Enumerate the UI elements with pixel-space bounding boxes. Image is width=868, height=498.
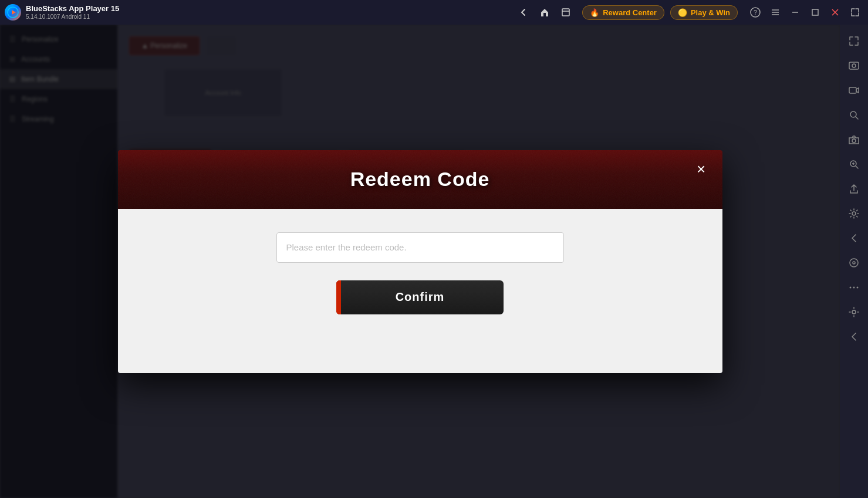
sidebar-joystick-icon[interactable] — [842, 251, 866, 275]
app-logo — [5, 4, 21, 21]
svg-point-24 — [850, 259, 858, 267]
app-title-block: BlueStacks App Player 15 5.14.10.1007 An… — [26, 4, 516, 21]
svg-point-14 — [852, 64, 856, 67]
minimize-button[interactable] — [787, 4, 803, 21]
svg-rect-15 — [849, 87, 856, 93]
reward-center-badge[interactable]: 🔥 Reward Center — [582, 5, 664, 20]
sidebar-expand-icon[interactable] — [842, 29, 866, 53]
close-x-icon: × — [697, 161, 705, 177]
sidebar-back-icon[interactable] — [842, 226, 866, 250]
dialog-title: Redeem Code — [350, 168, 490, 191]
play-win-badge[interactable]: 🟡 Play & Win — [670, 5, 738, 20]
sidebar-camera-icon[interactable] — [842, 128, 866, 151]
svg-point-27 — [853, 287, 855, 289]
play-win-label: Play & Win — [691, 8, 730, 17]
layers-button[interactable] — [559, 5, 573, 19]
title-bar: BlueStacks App Player 15 5.14.10.1007 An… — [0, 0, 868, 25]
app-name: BlueStacks App Player 15 — [26, 4, 516, 13]
sidebar-collapse-icon[interactable] — [842, 325, 866, 348]
sidebar-zoom-icon[interactable] — [842, 153, 866, 176]
svg-point-28 — [857, 287, 859, 289]
reward-center-label: Reward Center — [603, 8, 657, 17]
sidebar-search-icon[interactable] — [842, 103, 866, 127]
redeem-code-input[interactable] — [276, 232, 564, 263]
sidebar-settings-bottom-icon[interactable] — [842, 300, 866, 324]
svg-point-25 — [853, 262, 855, 264]
menu-button[interactable] — [767, 4, 783, 21]
svg-point-26 — [850, 287, 852, 289]
sidebar-record-icon[interactable] — [842, 79, 866, 102]
window-controls: ? — [747, 4, 863, 21]
back-button[interactable] — [516, 5, 531, 19]
expand-button[interactable] — [847, 4, 863, 21]
close-button[interactable] — [827, 4, 843, 21]
reward-fire-icon: 🔥 — [590, 8, 599, 17]
svg-line-22 — [856, 166, 858, 168]
sidebar-more-icon[interactable] — [842, 276, 866, 299]
svg-marker-1 — [12, 10, 16, 15]
sidebar-screenshot-icon[interactable] — [842, 54, 866, 77]
svg-rect-13 — [849, 62, 859, 69]
svg-point-29 — [852, 310, 856, 314]
svg-rect-10 — [812, 9, 818, 15]
svg-rect-2 — [562, 9, 569, 16]
maximize-button[interactable] — [807, 4, 823, 21]
sidebar-settings-top-icon[interactable] — [842, 202, 866, 225]
confirm-btn-label: Confirm — [396, 290, 445, 304]
redeem-dialog: Redeem Code × Confirm — [118, 150, 722, 373]
nav-buttons — [516, 5, 573, 19]
confirm-btn-red-bar — [336, 280, 341, 314]
svg-line-17 — [856, 117, 858, 119]
dialog-header: Redeem Code × — [118, 150, 722, 209]
right-sidebar — [840, 25, 868, 498]
dialog-close-button[interactable]: × — [691, 158, 712, 179]
svg-point-18 — [852, 139, 856, 143]
dialog-body: Confirm — [118, 209, 722, 373]
main-content: ☰ Personalize ⊞ Accounts ⊟ Item Bundle ☰… — [0, 25, 840, 498]
play-win-coin-icon: 🟡 — [678, 8, 687, 17]
svg-point-23 — [852, 212, 856, 215]
help-button[interactable]: ? — [747, 4, 764, 21]
home-button[interactable] — [538, 5, 552, 19]
svg-text:?: ? — [754, 9, 757, 16]
sidebar-share-icon[interactable] — [842, 177, 866, 201]
app-version: 5.14.10.1007 Android 11 — [26, 13, 516, 21]
confirm-button[interactable]: Confirm — [336, 280, 504, 314]
